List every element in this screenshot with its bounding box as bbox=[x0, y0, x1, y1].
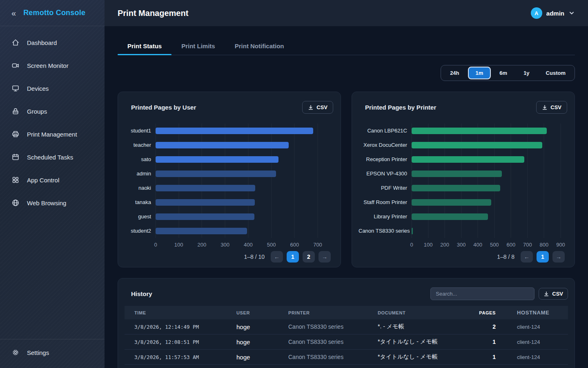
bar bbox=[412, 199, 491, 206]
sidebar-item-scheduled-tasks[interactable]: Scheduled Tasks bbox=[3, 149, 101, 165]
axis-tick-label: 300 bbox=[457, 242, 466, 248]
printer-icon bbox=[11, 130, 20, 138]
bar bbox=[156, 228, 247, 234]
user-menu[interactable]: A admin bbox=[531, 7, 575, 19]
table-cell-user: hoge bbox=[236, 339, 288, 346]
table-cell-printer: Canon TS8330 series bbox=[288, 339, 378, 345]
chart-row: guest bbox=[125, 209, 334, 224]
category-label: sato bbox=[125, 156, 156, 162]
history-rows: 3/8/2026, 12:14:49 PMhogeCanon TS8330 se… bbox=[125, 319, 568, 365]
pagination-page-1[interactable]: 1 bbox=[287, 251, 299, 263]
axis-tick-label: 200 bbox=[198, 242, 207, 248]
bar bbox=[412, 228, 413, 234]
category-label: Library Printer bbox=[359, 213, 412, 220]
bar bbox=[156, 171, 276, 177]
sidebar-item-app-control[interactable]: App Control bbox=[3, 172, 101, 188]
content: Print Status Print Limits Print Notifica… bbox=[105, 26, 588, 368]
tab-print-limits[interactable]: Print Limits bbox=[172, 39, 225, 55]
time-range-option-24h[interactable]: 24h bbox=[442, 67, 467, 79]
bar bbox=[412, 171, 502, 177]
sidebar-item-dashboard[interactable]: Dashboard bbox=[3, 34, 101, 51]
home-icon bbox=[11, 38, 20, 47]
download-icon bbox=[542, 105, 548, 110]
sidebar-item-print-management[interactable]: Print Management bbox=[3, 126, 101, 142]
user-name: admin bbox=[546, 10, 564, 17]
sidebar-item-devices[interactable]: Devices bbox=[3, 80, 101, 96]
axis-tick-label: 200 bbox=[440, 242, 449, 248]
axis-tick-label: 100 bbox=[174, 242, 183, 248]
pagination-range-label: 1–8 / 8 bbox=[497, 254, 514, 260]
globe-icon bbox=[11, 199, 20, 207]
printed-pages-by-printer-card: Printed Pages by Printer CSV Canon LBP62… bbox=[352, 92, 575, 267]
sidebar-item-label: Print Management bbox=[27, 131, 77, 138]
time-range-option-1m[interactable]: 1m bbox=[468, 67, 491, 79]
chart-row: naoki bbox=[125, 181, 334, 195]
bar bbox=[412, 185, 500, 191]
page-title: Print Management bbox=[118, 9, 188, 18]
chart-pagination: 1–8 / 10 ←12→ bbox=[125, 250, 334, 263]
grid-icon bbox=[11, 176, 20, 184]
pagination-next-button[interactable]: → bbox=[552, 251, 565, 263]
bar bbox=[412, 156, 524, 163]
chevron-down-icon bbox=[568, 10, 575, 16]
csv-export-button[interactable]: CSV bbox=[302, 101, 333, 114]
time-range-row: 24h1m6m1yCustom bbox=[118, 65, 575, 81]
chart-title: Printed Pages by User bbox=[131, 104, 196, 111]
table-cell-doc: *タイトルなし - メモ帳 bbox=[378, 353, 471, 361]
table-cell-pages: 2 bbox=[471, 323, 496, 330]
monitor-icon bbox=[11, 84, 20, 92]
sidebar-item-settings[interactable]: Settings bbox=[3, 344, 101, 361]
pagination-prev-button[interactable]: ← bbox=[271, 251, 283, 263]
history-table-header: TIME USER PRINTER DOCUMENT PAGES HOSTNAM… bbox=[125, 306, 568, 319]
axis-tick-label: 800 bbox=[540, 242, 549, 248]
bar-chart: Canon LBP621CXerox DocuCenterReception P… bbox=[359, 123, 568, 250]
sidebar-item-label: App Control bbox=[27, 177, 59, 184]
avatar: A bbox=[531, 7, 542, 19]
download-icon bbox=[308, 105, 314, 110]
chart-row: Staff Room Printer bbox=[359, 195, 568, 209]
sidebar-item-web-browsing[interactable]: Web Browsing bbox=[3, 195, 101, 211]
csv-export-button[interactable]: CSV bbox=[539, 288, 568, 300]
pagination-prev-button[interactable]: ← bbox=[521, 251, 533, 263]
history-card: History CSV TIME USER PRINTER DOCUMENT P… bbox=[118, 278, 575, 368]
table-cell-printer: Canon TS8330 series bbox=[288, 323, 378, 330]
sidebar-collapse-button[interactable]: « bbox=[10, 8, 18, 18]
category-label: Reception Printer bbox=[359, 156, 412, 162]
pagination-page-2[interactable]: 2 bbox=[303, 251, 315, 263]
chart-row: admin bbox=[125, 166, 334, 181]
bar bbox=[412, 213, 488, 220]
app-title: Remotto Console bbox=[23, 9, 85, 17]
lock-icon bbox=[11, 107, 20, 115]
pagination-next-button[interactable]: → bbox=[318, 251, 331, 263]
table-cell-pages: 1 bbox=[471, 354, 496, 360]
pagination-page-1[interactable]: 1 bbox=[537, 251, 549, 263]
sidebar-item-label: Settings bbox=[27, 349, 49, 356]
search-input[interactable] bbox=[430, 287, 535, 300]
table-cell-time: 3/8/2026, 12:14:49 PM bbox=[134, 324, 236, 330]
bar bbox=[156, 213, 254, 220]
category-label: student1 bbox=[125, 128, 156, 134]
table-cell-host: client-124 bbox=[496, 324, 558, 330]
axis-tick-label: 900 bbox=[556, 242, 565, 248]
table-row: 3/8/2026, 12:08:51 PMhogeCanon TS8330 se… bbox=[125, 334, 568, 350]
axis-tick-label: 700 bbox=[313, 242, 322, 248]
tab-print-status[interactable]: Print Status bbox=[118, 39, 172, 55]
sidebar-item-screen-monitor[interactable]: Screen Monitor bbox=[3, 57, 101, 74]
axis-tick-label: 400 bbox=[473, 242, 482, 248]
chart-pagination: 1–8 / 8 ←1→ bbox=[359, 250, 568, 263]
chart-row: EPSON VP-4300 bbox=[359, 166, 568, 181]
time-range-option-custom[interactable]: Custom bbox=[538, 67, 573, 79]
table-cell-pages: 1 bbox=[471, 339, 496, 345]
sidebar-item-groups[interactable]: Groups bbox=[3, 103, 101, 119]
csv-export-button[interactable]: CSV bbox=[536, 101, 567, 114]
category-label: Canon TS8330 series bbox=[359, 228, 412, 234]
bar bbox=[412, 128, 547, 134]
chart-row: Canon LBP621C bbox=[359, 123, 568, 138]
tab-print-notification[interactable]: Print Notification bbox=[225, 39, 294, 55]
download-icon bbox=[543, 291, 549, 297]
table-cell-host: client-124 bbox=[496, 354, 558, 360]
time-range-option-1y[interactable]: 1y bbox=[516, 67, 537, 79]
tab-bar: Print Status Print Limits Print Notifica… bbox=[118, 39, 575, 55]
time-range-option-6m[interactable]: 6m bbox=[492, 67, 515, 79]
bar-chart: student1teachersatoadminnaokitanakaguest… bbox=[125, 123, 334, 250]
